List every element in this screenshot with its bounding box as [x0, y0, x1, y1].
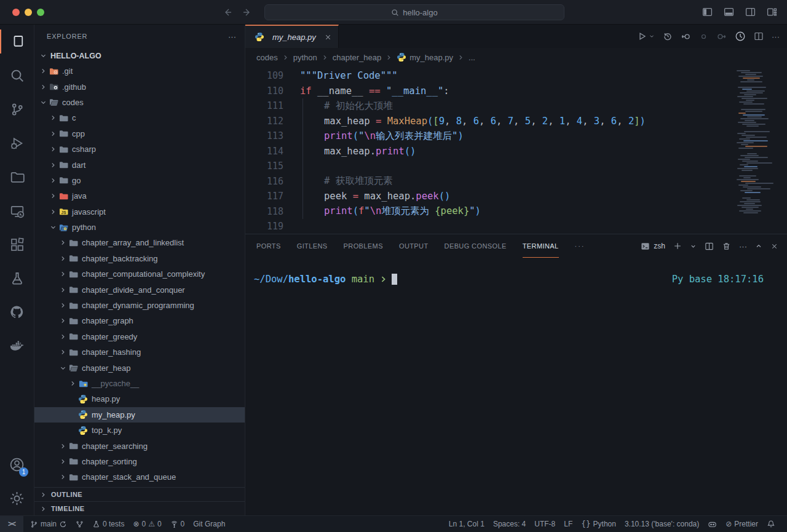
- status-git-graph[interactable]: Git Graph: [189, 516, 229, 532]
- tree-item-chapter-computational-complexity[interactable]: chapter_computational_complexity: [34, 266, 245, 282]
- panel-overflow-icon[interactable]: ···: [575, 234, 585, 258]
- toggle-secondary-sidebar-icon[interactable]: [744, 6, 757, 18]
- chevron-right-icon[interactable]: [48, 146, 58, 153]
- tree-item-chapter-dynamic-programming[interactable]: chapter_dynamic_programming: [34, 298, 245, 313]
- chevron-right-icon[interactable]: [48, 162, 58, 169]
- customize-layout-icon[interactable]: [765, 6, 778, 18]
- chevron-right-icon[interactable]: [58, 458, 68, 465]
- breadcrumb-item-my-heap-py[interactable]: my_heap.py: [397, 52, 453, 62]
- status-indentation[interactable]: Spaces: 4: [489, 516, 530, 532]
- activity-item-github[interactable]: [0, 295, 34, 329]
- panel-tab-gitlens[interactable]: GITLENS: [297, 234, 328, 258]
- breadcrumb-item-python[interactable]: python: [293, 53, 317, 62]
- breadcrumb-item-[interactable]: ...: [469, 53, 475, 62]
- chevron-right-icon[interactable]: [48, 177, 58, 184]
- status-notifications[interactable]: [762, 516, 780, 532]
- activity-item-search[interactable]: [0, 58, 34, 92]
- tree-item-my-heap-py[interactable]: my_heap.py: [34, 407, 245, 423]
- split-terminal-icon[interactable]: [705, 242, 714, 251]
- tree-item-github[interactable]: .github: [34, 79, 245, 94]
- status-language-mode[interactable]: {}Python: [577, 516, 620, 532]
- tree-item-chapter-backtracking[interactable]: chapter_backtracking: [34, 251, 245, 266]
- panel-tab-terminal[interactable]: TERMINAL: [523, 234, 559, 258]
- explorer-more-actions-icon[interactable]: ···: [228, 32, 236, 41]
- tree-item-go[interactable]: go: [34, 173, 245, 188]
- gitlens-forward-icon[interactable]: [716, 31, 727, 42]
- chevron-right-icon[interactable]: [38, 68, 48, 74]
- tree-item-chapter-graph[interactable]: chapter_graph: [34, 313, 245, 328]
- status-branch[interactable]: main: [26, 516, 71, 532]
- gitlens-file-history-icon[interactable]: [735, 31, 746, 42]
- tree-item-dart[interactable]: dart: [34, 157, 245, 172]
- toggle-panel-icon[interactable]: [722, 6, 735, 18]
- tab-close-icon[interactable]: [324, 33, 332, 41]
- tree-item-chapter-searching[interactable]: chapter_searching: [34, 438, 245, 453]
- chevron-right-icon[interactable]: [48, 208, 58, 215]
- tree-item-pycache[interactable]: __pycache__: [34, 376, 245, 391]
- panel-tab-problems[interactable]: PROBLEMS: [344, 234, 383, 258]
- chevron-right-icon[interactable]: [58, 255, 68, 262]
- chevron-right-icon[interactable]: [58, 239, 68, 246]
- status-git-graph-icon[interactable]: [71, 516, 88, 532]
- activity-item-run-debug[interactable]: [0, 126, 34, 160]
- chevron-right-icon[interactable]: [58, 474, 68, 480]
- nav-back-icon[interactable]: [223, 7, 232, 17]
- tree-item-cpp[interactable]: cpp: [34, 126, 245, 141]
- tree-item-chapter-divide-and-conquer[interactable]: chapter_divide_and_conquer: [34, 282, 245, 297]
- chevron-right-icon[interactable]: [58, 271, 68, 277]
- command-center-search[interactable]: hello-algo: [264, 4, 564, 20]
- tree-item-c[interactable]: c: [34, 110, 245, 125]
- kill-terminal-icon[interactable]: [722, 242, 731, 251]
- status-tests[interactable]: 0 tests: [88, 516, 129, 532]
- status-encoding[interactable]: UTF-8: [530, 516, 560, 532]
- tab-my-heap[interactable]: my_heap.py: [245, 25, 339, 48]
- tree-item-top-k-py[interactable]: top_k.py: [34, 423, 245, 438]
- gitlens-back-icon[interactable]: [681, 31, 691, 42]
- activity-item-testing[interactable]: [0, 261, 34, 295]
- activity-item-extensions[interactable]: [0, 228, 34, 261]
- new-terminal-icon[interactable]: [673, 242, 682, 250]
- activity-item-settings[interactable]: [0, 482, 34, 515]
- activity-item-docker[interactable]: [0, 329, 34, 363]
- terminal-dropdown-icon[interactable]: [690, 243, 697, 250]
- tree-item-chapter-array-and-linkedlist[interactable]: chapter_array_and_linkedlist: [34, 235, 245, 250]
- chevron-right-icon[interactable]: [48, 114, 58, 121]
- activity-item-explorer[interactable]: [0, 25, 34, 58]
- tree-item-chapter-greedy[interactable]: chapter_greedy: [34, 329, 245, 344]
- more-actions-icon[interactable]: ···: [772, 32, 780, 41]
- split-editor-icon[interactable]: [754, 31, 764, 41]
- chevron-down-icon[interactable]: [48, 224, 58, 231]
- activity-item-remote-explorer[interactable]: [0, 194, 34, 228]
- status-copilot[interactable]: [703, 516, 721, 532]
- status-prettier[interactable]: ⊘Prettier: [721, 516, 762, 532]
- terminal[interactable]: ~/Dow/hello-algo main Py base 18:17:16: [245, 258, 787, 515]
- chevron-right-icon[interactable]: [38, 84, 48, 90]
- chevron-right-icon[interactable]: [58, 317, 68, 324]
- tree-item-java[interactable]: java: [34, 188, 245, 204]
- code-editor[interactable]: 109"""Driver Code"""110if __name__ == "_…: [245, 66, 787, 234]
- toggle-primary-sidebar-icon[interactable]: [701, 6, 714, 18]
- tree-item-heap-py[interactable]: heap.py: [34, 391, 245, 407]
- chevron-down-icon[interactable]: [58, 365, 68, 371]
- activity-item-project-manager[interactable]: [0, 160, 34, 194]
- zoom-window-button[interactable]: [37, 9, 44, 16]
- breadcrumb-item-chapter-heap[interactable]: chapter_heap: [333, 53, 382, 62]
- timeline-history-icon[interactable]: [663, 31, 673, 41]
- close-panel-icon[interactable]: [770, 242, 778, 250]
- tree-item-codes[interactable]: codes: [34, 95, 245, 110]
- status-problems[interactable]: ⊗0⚠0: [129, 516, 165, 532]
- chevron-right-icon[interactable]: [58, 349, 68, 355]
- remote-indicator[interactable]: ><: [0, 516, 23, 532]
- maximize-panel-icon[interactable]: [755, 242, 762, 250]
- tree-item-chapter-stack-and-queue[interactable]: chapter_stack_and_queue: [34, 469, 245, 485]
- chevron-right-icon[interactable]: [68, 380, 77, 387]
- run-python-file-button[interactable]: [637, 31, 655, 41]
- panel-tab-ports[interactable]: PORTS: [256, 234, 281, 258]
- chevron-right-icon[interactable]: [58, 333, 68, 340]
- status-cursor-position[interactable]: Ln 1, Col 1: [445, 516, 489, 532]
- minimize-window-button[interactable]: [25, 9, 32, 16]
- panel-more-actions-icon[interactable]: ···: [739, 242, 747, 251]
- status-python-interpreter[interactable]: 3.10.13 ('base': conda): [620, 516, 703, 532]
- activity-item-accounts[interactable]: 1: [0, 448, 34, 482]
- panel-tab-debug-console[interactable]: DEBUG CONSOLE: [445, 234, 507, 258]
